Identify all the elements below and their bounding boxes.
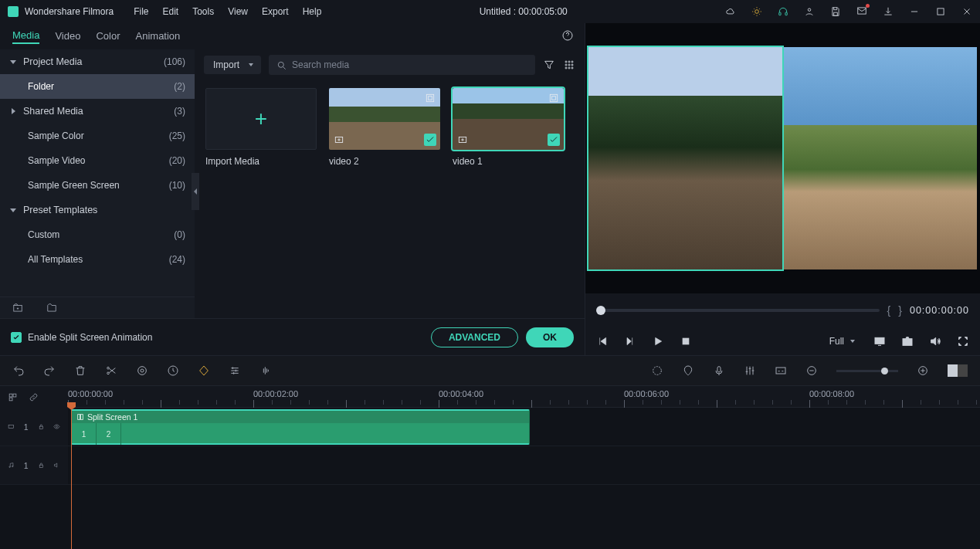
filter-icon[interactable] <box>543 59 555 71</box>
sidebar-item-shared-media[interactable]: Shared Media(3) <box>0 99 195 124</box>
close-icon[interactable] <box>961 6 972 17</box>
menu-tools[interactable]: Tools <box>192 6 214 17</box>
prev-frame-icon[interactable] <box>596 335 609 347</box>
visibility-icon[interactable] <box>53 422 60 432</box>
play-forward-icon[interactable] <box>624 335 636 347</box>
import-media-card[interactable]: + <box>205 88 317 150</box>
timeline-options-icon[interactable] <box>8 392 18 402</box>
tab-color[interactable]: Color <box>96 30 120 43</box>
svg-point-14 <box>571 64 573 66</box>
menu-help[interactable]: Help <box>303 6 322 17</box>
timeline-ruler[interactable]: 00:00:00:0000:00:02:0000:00:04:0000:00:0… <box>68 386 980 408</box>
cloud-icon[interactable] <box>725 6 736 17</box>
search-input[interactable] <box>269 55 535 75</box>
redo-icon[interactable] <box>43 364 56 377</box>
sun-icon[interactable] <box>751 6 762 17</box>
tab-animation[interactable]: Animation <box>136 30 181 43</box>
display-icon[interactable] <box>873 335 886 347</box>
playhead[interactable] <box>71 408 72 549</box>
audio-icon[interactable] <box>259 364 272 377</box>
preview-icon[interactable] <box>424 92 436 104</box>
maximize-icon[interactable] <box>935 6 946 17</box>
tab-media[interactable]: Media <box>12 29 39 44</box>
mark-in-icon[interactable]: { <box>887 304 891 317</box>
advanced-button[interactable]: ADVANCED <box>431 327 518 347</box>
tab-video[interactable]: Video <box>55 30 80 43</box>
grid-view-icon[interactable] <box>563 59 575 71</box>
clip-sub-2[interactable]: 2 <box>97 423 121 445</box>
download-icon[interactable] <box>883 6 894 17</box>
crop-icon[interactable] <box>136 364 148 377</box>
sidebar-item-sample-video[interactable]: Sample Video(20) <box>0 148 195 173</box>
menu-export[interactable]: Export <box>262 6 289 17</box>
adjust-icon[interactable] <box>229 364 241 377</box>
preview-scrubber[interactable] <box>596 309 880 312</box>
preview-split-right[interactable] <box>784 47 978 269</box>
timeline-clip[interactable]: Split Screen 1 1 2 <box>71 409 530 445</box>
preview-icon[interactable] <box>548 92 560 104</box>
play-icon[interactable] <box>652 335 664 347</box>
split-animation-checkbox[interactable]: Enable Split Screen Animation <box>11 332 152 343</box>
fullscreen-icon[interactable] <box>957 335 969 347</box>
render-icon[interactable] <box>651 364 663 377</box>
zoom-fit-icon[interactable] <box>948 364 968 377</box>
ok-button[interactable]: OK <box>526 327 574 347</box>
add-to-timeline-icon[interactable] <box>333 134 345 146</box>
menu-file[interactable]: File <box>134 6 148 17</box>
folder-icon[interactable] <box>46 303 57 313</box>
split-icon[interactable] <box>105 364 117 377</box>
lock-icon[interactable] <box>38 422 45 432</box>
media-thumb[interactable] <box>329 88 440 150</box>
sidebar-item-preset-templates[interactable]: Preset Templates <box>0 198 195 222</box>
marker-icon[interactable] <box>682 364 694 377</box>
svg-point-8 <box>278 62 283 67</box>
svg-rect-39 <box>13 394 16 397</box>
svg-point-12 <box>565 64 567 66</box>
sidebar-item-all-templates[interactable]: All Templates(24) <box>0 247 195 272</box>
menu-view[interactable]: View <box>228 6 248 17</box>
new-folder-icon[interactable] <box>12 303 23 313</box>
mark-out-icon[interactable]: } <box>898 304 902 317</box>
caption-icon[interactable] <box>775 364 787 377</box>
save-icon[interactable] <box>830 6 841 17</box>
link-icon[interactable] <box>29 392 39 402</box>
user-icon[interactable] <box>804 6 815 17</box>
quality-dropdown[interactable]: Full <box>825 334 858 349</box>
mixer-icon[interactable] <box>744 364 756 377</box>
sidebar-item-project-media[interactable]: Project Media(106) <box>0 49 195 74</box>
add-to-timeline-icon[interactable] <box>456 134 469 146</box>
menu-edit[interactable]: Edit <box>163 6 179 17</box>
zoom-in-icon[interactable] <box>917 364 929 377</box>
sidebar-item-count: (2) <box>174 81 185 92</box>
sidebar-collapse-handle[interactable] <box>192 173 199 210</box>
mute-icon[interactable] <box>53 460 60 470</box>
zoom-slider[interactable] <box>836 370 898 372</box>
preview-split-left[interactable] <box>588 47 782 269</box>
minimize-icon[interactable] <box>909 6 920 17</box>
keyframe-icon[interactable] <box>198 364 210 377</box>
zoom-out-icon[interactable] <box>805 364 818 377</box>
media-label: video 2 <box>329 156 440 167</box>
clip-sub-1[interactable]: 1 <box>72 423 97 445</box>
sidebar-item-sample-green-screen[interactable]: Sample Green Screen(10) <box>0 173 195 198</box>
preview-stage[interactable] <box>585 23 980 293</box>
lock-icon[interactable] <box>38 460 45 470</box>
used-check-icon <box>424 134 436 146</box>
volume-icon[interactable] <box>929 335 941 347</box>
speed-icon[interactable] <box>167 364 179 377</box>
sidebar-item-sample-color[interactable]: Sample Color(25) <box>0 124 195 148</box>
undo-icon[interactable] <box>12 364 25 377</box>
mail-icon[interactable] <box>856 5 867 19</box>
record-icon[interactable] <box>713 364 725 377</box>
sidebar-item-folder[interactable]: Folder(2) <box>0 74 195 99</box>
import-dropdown[interactable]: Import <box>204 56 261 74</box>
media-thumb[interactable] <box>453 88 564 150</box>
sidebar-item-custom[interactable]: Custom(0) <box>0 222 195 247</box>
help-icon[interactable] <box>561 29 574 42</box>
snapshot-icon[interactable] <box>901 335 914 347</box>
chevron-down-icon <box>9 58 17 66</box>
stop-icon[interactable] <box>680 335 692 347</box>
svg-point-16 <box>568 67 570 69</box>
delete-icon[interactable] <box>74 364 86 377</box>
headphones-icon[interactable] <box>778 6 788 17</box>
